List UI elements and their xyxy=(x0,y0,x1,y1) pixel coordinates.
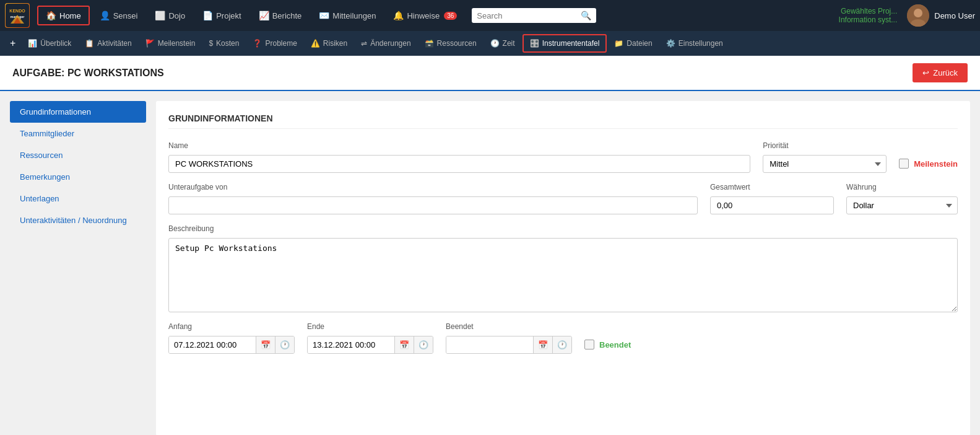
project-info[interactable]: Gewähltes Proj... Information syst... xyxy=(839,7,898,24)
nav-projekt-button[interactable]: 📄 Projekt xyxy=(195,7,248,24)
nav-mitteilungen-button[interactable]: ✉️ Mitteilungen xyxy=(311,7,383,24)
prioritat-select[interactable]: Niedrig Mittel Hoch xyxy=(763,155,887,173)
page-header: AUFGABE: PC WORKSTATIONS ↩ Zurück xyxy=(0,56,980,91)
anfang-calendar-button[interactable]: 📅 xyxy=(256,336,275,353)
nav-kosten-button[interactable]: $ Kosten xyxy=(202,35,245,51)
nav-dojo-button[interactable]: ⬜ Dojo xyxy=(147,7,193,24)
beendet-status-label: Beendet xyxy=(599,340,631,349)
form-group-anfang: Anfang 📅 🕐 xyxy=(168,322,295,354)
svg-point-6 xyxy=(914,9,922,17)
gesamtwert-label: Gesamtwert xyxy=(710,183,834,191)
prioritat-label: Priorität xyxy=(763,141,887,150)
meilenstein-area: Meilenstein xyxy=(899,159,958,169)
form-group-beendet: Beendet 📅 🕐 xyxy=(446,322,572,354)
ende-input[interactable] xyxy=(308,336,394,353)
beschreibung-label: Beschreibung xyxy=(168,224,958,233)
anfang-label: Anfang xyxy=(168,322,295,331)
back-button[interactable]: ↩ Zurück xyxy=(913,63,968,82)
berichte-icon: 📈 xyxy=(259,11,269,20)
nav-risiken-button[interactable]: ⚠️ Risiken xyxy=(305,35,353,51)
ressourcen-nav-icon: 🗃️ xyxy=(425,39,434,48)
zeit-icon: 🕐 xyxy=(490,39,500,48)
form-section-title: GRUNDINFORMATIONEN xyxy=(168,113,958,129)
ende-calendar-button[interactable]: 📅 xyxy=(394,336,414,353)
hinweise-badge: 36 xyxy=(444,12,457,20)
sidebar-item-grundinformationen[interactable]: Grundinformationen xyxy=(10,101,146,123)
second-navigation: + 📊 Überblick 📋 Aktivitäten 🚩 Meilenstei… xyxy=(0,31,980,56)
nav-anderungen-button[interactable]: ⇌ Änderungen xyxy=(355,35,417,51)
sidebar-item-unteraktivitaten[interactable]: Unteraktivitäten / Neuordnung xyxy=(10,209,146,231)
nav-aktivitaten-button[interactable]: 📋 Aktivitäten xyxy=(79,35,137,51)
wahrung-label: Währung xyxy=(846,183,958,191)
home-icon: 🏠 xyxy=(46,11,56,20)
beschreibung-textarea[interactable]: Setup Pc Workstations xyxy=(168,238,958,312)
mitteilungen-icon: ✉️ xyxy=(319,11,329,20)
beendet-calendar-button[interactable]: 📅 xyxy=(533,336,552,353)
sidebar-item-teammitglieder[interactable]: Teammitglieder xyxy=(10,123,146,144)
beendet-time-button[interactable]: 🕐 xyxy=(552,336,571,353)
meilenstein-icon: 🚩 xyxy=(145,39,155,48)
kosten-icon: $ xyxy=(209,39,213,48)
form-row-beschreibung: Beschreibung Setup Pc Workstations xyxy=(168,224,958,312)
projekt-icon: 📄 xyxy=(202,11,213,20)
nav-probleme-button[interactable]: ❓ Probleme xyxy=(246,35,303,51)
anfang-time-button[interactable]: 🕐 xyxy=(275,336,294,353)
sidebar-item-bemerkungen[interactable]: Bemerkungen xyxy=(10,166,146,188)
wahrung-select[interactable]: Dollar Euro CHF xyxy=(846,196,958,214)
gesamtwert-input[interactable] xyxy=(710,196,834,214)
anfang-input[interactable] xyxy=(169,336,256,353)
nav-instrumententafel-button[interactable]: 🎛️ Instrumententafel xyxy=(523,34,607,53)
nav-sensei-button[interactable]: 👤 Sensei xyxy=(92,7,145,24)
dojo-icon: ⬜ xyxy=(155,11,165,20)
anfang-date-wrap: 📅 🕐 xyxy=(168,336,295,354)
nav-meilenstein-button[interactable]: 🚩 Meilenstein xyxy=(139,35,202,51)
search-container: 🔍 xyxy=(472,8,596,23)
add-button[interactable]: + xyxy=(5,35,20,51)
search-icon: 🔍 xyxy=(581,11,591,20)
beendet-checkbox[interactable] xyxy=(584,340,594,349)
nav-ressourcen-button[interactable]: 🗃️ Ressourcen xyxy=(418,35,483,51)
app-logo: KENDO manager xyxy=(5,3,30,28)
nav-dateien-button[interactable]: 📁 Dateien xyxy=(608,35,658,51)
form-group-name: Name xyxy=(168,141,750,173)
form-row-dates: Anfang 📅 🕐 Ende 📅 🕐 Beendet xyxy=(168,322,958,354)
probleme-icon: ❓ xyxy=(253,39,262,48)
prioritat-select-wrap: Niedrig Mittel Hoch xyxy=(763,155,887,173)
name-label: Name xyxy=(168,141,750,150)
content-area: Grundinformationen Teammitglieder Ressou… xyxy=(0,91,980,435)
form-area: GRUNDINFORMATIONEN Name Priorität Niedri… xyxy=(156,101,970,435)
beendet-input[interactable] xyxy=(446,336,533,353)
form-row-name: Name Priorität Niedrig Mittel Hoch Meile… xyxy=(168,141,958,173)
ende-date-wrap: 📅 🕐 xyxy=(307,336,433,354)
einstellungen-icon: ⚙️ xyxy=(666,39,675,48)
ende-label: Ende xyxy=(307,322,433,331)
form-group-gesamtwert: Gesamtwert xyxy=(710,183,834,214)
user-area: Demo User xyxy=(907,4,975,27)
search-input[interactable] xyxy=(477,11,581,20)
sidebar-item-unterlagen[interactable]: Unterlagen xyxy=(10,188,146,209)
nav-home-button[interactable]: 🏠 Home xyxy=(37,6,90,25)
uberblick-icon: 📊 xyxy=(28,39,37,48)
meilenstein-checkbox[interactable] xyxy=(899,159,909,169)
logo: KENDO manager xyxy=(5,3,30,28)
name-input[interactable] xyxy=(168,155,750,173)
nav-hinweise-button[interactable]: 🔔 Hinweise 36 xyxy=(386,7,464,24)
sensei-icon: 👤 xyxy=(100,11,110,20)
nav-berichte-button[interactable]: 📈 Berichte xyxy=(251,7,310,24)
meilenstein-label: Meilenstein xyxy=(914,159,958,169)
hinweise-icon: 🔔 xyxy=(393,11,404,20)
nav-zeit-button[interactable]: 🕐 Zeit xyxy=(484,35,521,51)
nav-einstellungen-button[interactable]: ⚙️ Einstellungen xyxy=(660,35,729,51)
unteraufgabe-input[interactable] xyxy=(168,196,698,214)
dateien-icon: 📁 xyxy=(614,39,623,48)
ende-time-button[interactable]: 🕐 xyxy=(414,336,433,353)
sidebar-item-ressourcen[interactable]: Ressourcen xyxy=(10,144,146,166)
page-title: AUFGABE: PC WORKSTATIONS xyxy=(12,68,164,79)
form-group-prioritat: Priorität Niedrig Mittel Hoch xyxy=(763,141,887,173)
risiken-icon: ⚠️ xyxy=(311,39,320,48)
nav-uberblick-button[interactable]: 📊 Überblick xyxy=(22,35,77,51)
aktivitaten-icon: 📋 xyxy=(85,39,94,48)
avatar xyxy=(907,4,929,27)
top-navigation: KENDO manager 🏠 Home 👤 Sensei ⬜ Dojo 📄 P… xyxy=(0,0,980,31)
instrumententafel-icon: 🎛️ xyxy=(530,39,539,48)
